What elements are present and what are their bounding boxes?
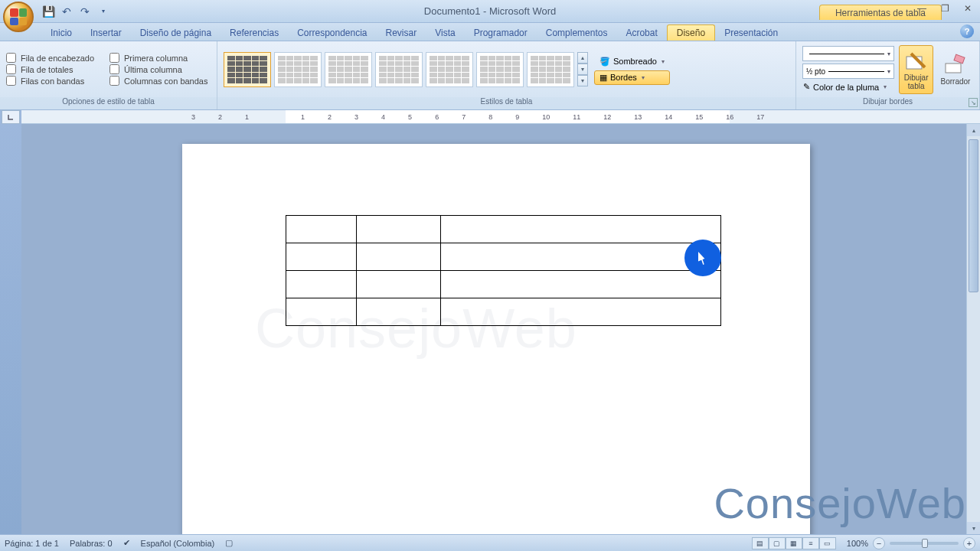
table-style-thumb[interactable] xyxy=(224,52,271,87)
status-page[interactable]: Página: 1 de 1 xyxy=(5,539,59,548)
group-table-styles: ▴ ▾ ▾ 🪣 Sombreado ▾ ▦ Bordes ▾ Estilos d… xyxy=(217,41,796,109)
status-words[interactable]: Palabras: 0 xyxy=(70,539,113,548)
view-full-screen[interactable]: ▢ xyxy=(769,537,786,549)
pencil-table-icon xyxy=(905,49,928,72)
proofing-icon[interactable]: ✔ xyxy=(123,538,130,548)
undo-button[interactable]: ↶ xyxy=(58,3,75,20)
tab-vista[interactable]: Vista xyxy=(426,25,464,41)
table-style-thumb[interactable] xyxy=(325,52,372,87)
redo-button[interactable]: ↷ xyxy=(77,3,93,20)
pen-color-label: Color de la pluma xyxy=(813,83,879,92)
gallery-scroll-up[interactable]: ▴ xyxy=(577,52,588,64)
scroll-thumb[interactable] xyxy=(969,139,978,292)
document-table[interactable] xyxy=(286,215,721,326)
eraser-button[interactable]: Borrador xyxy=(938,49,973,90)
view-print-layout[interactable]: ▤ xyxy=(752,537,769,549)
tab-programador[interactable]: Programador xyxy=(465,25,537,41)
status-bar: Página: 1 de 1 Palabras: 0 ✔ Español (Co… xyxy=(0,534,980,551)
office-button[interactable] xyxy=(3,2,34,32)
table-style-thumb[interactable] xyxy=(426,52,473,87)
qat-customize-button[interactable]: ▾ xyxy=(95,3,112,20)
table-style-thumb[interactable] xyxy=(476,52,524,87)
shading-button[interactable]: 🪣 Sombreado ▾ xyxy=(594,54,670,69)
borders-button[interactable]: ▦ Bordes ▾ xyxy=(594,70,670,85)
tab-revisar[interactable]: Revisar xyxy=(377,25,426,41)
chk-banded-rows[interactable]: Filas con bandas xyxy=(6,76,94,86)
pen-icon: ✎ xyxy=(803,82,810,92)
close-button[interactable]: ✕ xyxy=(959,2,977,15)
horizontal-ruler[interactable]: 3211234567891011121314151617 xyxy=(21,110,980,124)
chk-last-col[interactable]: Última columna xyxy=(109,64,207,74)
chk-banded-cols[interactable]: Columnas con bandas xyxy=(109,76,207,86)
chevron-down-icon: ▾ xyxy=(642,74,645,81)
group-label-table-styles: Estilos de tabla xyxy=(217,97,795,109)
line-style-combo[interactable]: ▾ xyxy=(802,46,894,61)
zoom-in-button[interactable]: + xyxy=(963,537,975,549)
eraser-icon xyxy=(944,53,967,76)
chevron-down-icon: ▾ xyxy=(662,58,665,65)
tab-referencias[interactable]: Referencias xyxy=(220,25,288,41)
chk-header-row[interactable]: Fila de encabezado xyxy=(6,53,94,63)
title-bar: 💾 ↶ ↷ ▾ Documento1 - Microsoft Word Herr… xyxy=(0,0,980,23)
zoom-slider[interactable] xyxy=(890,542,959,545)
cursor-highlight-icon xyxy=(684,240,721,276)
gallery-scroll-down[interactable]: ▾ xyxy=(577,64,588,75)
svg-rect-2 xyxy=(954,54,965,64)
ribbon-tabs: Inicio Insertar Diseño de página Referen… xyxy=(0,23,980,41)
chk-first-col-label: Primera columna xyxy=(124,54,188,63)
zoom-controls: 100% − + xyxy=(847,537,975,549)
group-draw-borders: ▾ ½ pto▾ ✎ Color de la pluma ▾ Dibujar t… xyxy=(796,41,980,109)
line-weight-combo[interactable]: ½ pto▾ xyxy=(802,64,894,79)
table-style-thumb[interactable] xyxy=(375,52,423,87)
group-label-style-options: Opciones de estilo de tabla xyxy=(0,97,217,109)
chk-last-col-label: Última columna xyxy=(124,65,182,74)
draw-table-button[interactable]: Dibujar tabla xyxy=(899,45,933,94)
chk-header-row-label: Fila de encabezado xyxy=(21,54,94,63)
tab-selector[interactable] xyxy=(2,110,20,124)
tab-diseno[interactable]: Diseño xyxy=(667,24,715,41)
view-outline[interactable]: ≡ xyxy=(802,537,819,549)
borders-icon: ▦ xyxy=(599,73,607,83)
minimize-button[interactable]: — xyxy=(913,2,931,15)
view-draft[interactable]: ▭ xyxy=(819,537,836,549)
save-button[interactable]: 💾 xyxy=(40,3,57,20)
document-viewport[interactable]: ConsejoWeb xyxy=(21,124,980,534)
help-button[interactable]: ? xyxy=(960,24,974,38)
tab-acrobat[interactable]: Acrobat xyxy=(616,25,666,41)
table-style-thumb[interactable] xyxy=(527,52,574,87)
vertical-scrollbar[interactable]: ▴ ▾ xyxy=(966,124,980,534)
chevron-down-icon: ▾ xyxy=(887,68,890,75)
document-area: 3211234567891011121314151617 ConsejoWeb xyxy=(0,110,980,534)
chk-total-row[interactable]: Fila de totales xyxy=(6,64,94,74)
group-table-style-options: Fila de encabezado Primera columna Fila … xyxy=(0,41,217,109)
gallery-more-button[interactable]: ▾ xyxy=(577,75,588,86)
pen-color-button[interactable]: ✎ Color de la pluma ▾ xyxy=(802,81,894,93)
zoom-slider-thumb[interactable] xyxy=(922,539,928,548)
tab-inicio[interactable]: Inicio xyxy=(41,25,81,41)
maximize-button[interactable]: ❐ xyxy=(936,2,954,15)
view-web-layout[interactable]: ▦ xyxy=(786,537,802,549)
tab-diseno-pagina[interactable]: Diseño de página xyxy=(131,25,220,41)
tab-presentacion[interactable]: Presentación xyxy=(715,25,787,41)
view-buttons: ▤ ▢ ▦ ≡ ▭ xyxy=(752,537,836,549)
chk-first-col[interactable]: Primera columna xyxy=(109,53,207,63)
scroll-down-button[interactable]: ▾ xyxy=(967,522,980,534)
group-launcher-button[interactable]: ↘ xyxy=(969,98,978,107)
table-style-thumb[interactable] xyxy=(274,52,322,87)
chk-total-row-label: Fila de totales xyxy=(21,65,73,74)
page[interactable]: ConsejoWeb xyxy=(182,144,810,534)
tab-insertar[interactable]: Insertar xyxy=(81,25,131,41)
tab-complementos[interactable]: Complementos xyxy=(537,25,617,41)
watermark-logo: ConsejoWeb xyxy=(714,478,966,528)
scroll-up-button[interactable]: ▴ xyxy=(967,124,980,136)
macro-record-icon[interactable]: ▢ xyxy=(225,538,233,548)
office-logo-icon xyxy=(10,8,27,25)
group-label-draw-borders: Dibujar bordes↘ xyxy=(796,97,979,109)
zoom-value[interactable]: 100% xyxy=(847,539,868,548)
window-controls: — ❐ ✕ xyxy=(913,2,977,15)
chevron-down-icon: ▾ xyxy=(887,51,890,57)
status-language[interactable]: Español (Colombia) xyxy=(141,539,215,548)
zoom-out-button[interactable]: − xyxy=(873,537,885,549)
tab-correspondencia[interactable]: Correspondencia xyxy=(288,25,376,41)
draw-table-label: Dibujar tabla xyxy=(903,73,929,90)
